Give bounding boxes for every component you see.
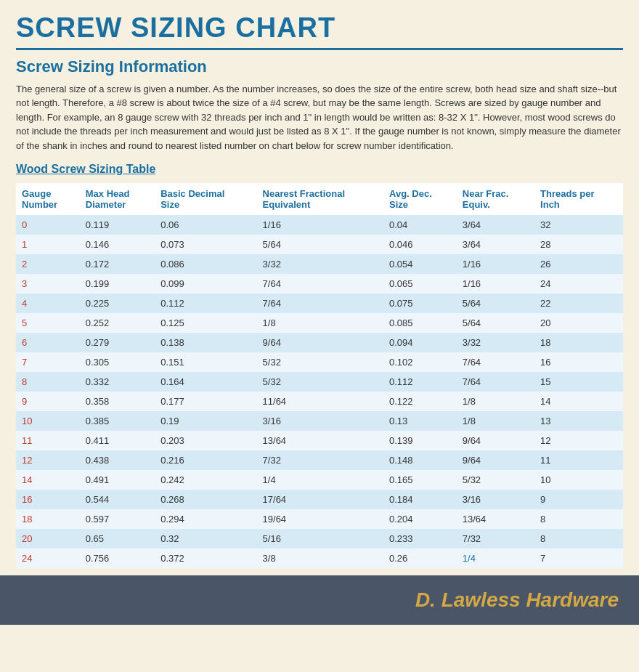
- footer-text: D. Lawless Hardware: [415, 588, 619, 611]
- table-cell: 5/64: [457, 294, 534, 313]
- table-cell: 5/32: [257, 352, 383, 372]
- table-cell: 3/64: [457, 215, 534, 235]
- table-cell: 0.26: [383, 548, 457, 568]
- table-row: 50.2520.1251/80.0855/6420: [16, 313, 623, 333]
- table-cell: 10: [16, 411, 80, 431]
- table-cell: 5/32: [257, 372, 383, 392]
- table-cell: 13: [534, 411, 623, 431]
- table-cell: 16: [534, 352, 623, 372]
- table-row: 30.1990.0997/640.0651/1624: [16, 274, 623, 294]
- table-cell: 5/64: [257, 235, 383, 254]
- col-threads: Threads perInch: [534, 183, 623, 215]
- table-cell: 0.046: [383, 235, 457, 254]
- table-cell: 28: [534, 235, 623, 254]
- table-cell: 1/8: [257, 313, 383, 333]
- table-cell: 22: [534, 294, 623, 313]
- table-row: 40.2250.1127/640.0755/6422: [16, 294, 623, 313]
- table-cell: 19/64: [257, 509, 383, 529]
- table-cell: 26: [534, 254, 623, 274]
- table-cell: 0.085: [383, 313, 457, 333]
- table-cell: 7: [534, 548, 623, 568]
- table-cell: 0.073: [155, 235, 256, 254]
- table-cell: 0.04: [383, 215, 457, 235]
- table-cell: 7/64: [257, 294, 383, 313]
- table-cell: 1/4: [457, 548, 534, 568]
- description-text: The general size of a screw is given a n…: [16, 82, 623, 153]
- table-cell: 11/64: [257, 392, 383, 411]
- table-cell: 0.065: [383, 274, 457, 294]
- table-cell: 32: [534, 215, 623, 235]
- table-cell: 0.172: [80, 254, 155, 274]
- table-cell: 0.086: [155, 254, 256, 274]
- table-row: 140.4910.2421/40.1655/3210: [16, 470, 623, 490]
- table-cell: 3/64: [457, 235, 534, 254]
- table-cell: 13/64: [457, 509, 534, 529]
- table-cell: 0.112: [383, 372, 457, 392]
- table-cell: 10: [534, 470, 623, 490]
- table-cell: 0.054: [383, 254, 457, 274]
- table-row: 00.1190.061/160.043/6432: [16, 215, 623, 235]
- table-cell: 0.203: [155, 431, 256, 450]
- table-cell: 0.544: [80, 490, 155, 509]
- table-cell: 20: [16, 529, 80, 548]
- table-cell: 3: [16, 274, 80, 294]
- table-cell: 18: [534, 333, 623, 352]
- table-cell: 0.438: [80, 450, 155, 470]
- table-cell: 0.252: [80, 313, 155, 333]
- table-cell: 5/32: [457, 470, 534, 490]
- table-cell: 1/4: [257, 470, 383, 490]
- table-row: 20.1720.0863/320.0541/1626: [16, 254, 623, 274]
- table-cell: 7/64: [257, 274, 383, 294]
- table-cell: 4: [16, 294, 80, 313]
- table-cell: 8: [16, 372, 80, 392]
- col-basic-decimal: Basic DecimalSize: [155, 183, 256, 215]
- table-cell: 0.411: [80, 431, 155, 450]
- table-cell: 0.119: [80, 215, 155, 235]
- table-cell: 3/16: [257, 411, 383, 431]
- table-cell: 9: [534, 490, 623, 509]
- table-row: 70.3050.1515/320.1027/6416: [16, 352, 623, 372]
- table-cell: 0.102: [383, 352, 457, 372]
- table-cell: 1/8: [457, 411, 534, 431]
- table-cell: 5: [16, 313, 80, 333]
- table-cell: 0.199: [80, 274, 155, 294]
- table-cell: 0.233: [383, 529, 457, 548]
- table-cell: 11: [534, 450, 623, 470]
- col-near-frac: Near Frac.Equiv.: [457, 183, 534, 215]
- table-cell: 18: [16, 509, 80, 529]
- table-cell: 1/16: [257, 215, 383, 235]
- table-cell: 0.305: [80, 352, 155, 372]
- table-cell: 7: [16, 352, 80, 372]
- table-cell: 0.491: [80, 470, 155, 490]
- table-cell: 8: [534, 529, 623, 548]
- table-cell: 6: [16, 333, 80, 352]
- table-cell: 0.06: [155, 215, 256, 235]
- table-cell: 0.225: [80, 294, 155, 313]
- table-row: 200.650.325/160.2337/328: [16, 529, 623, 548]
- table-cell: 5/16: [257, 529, 383, 548]
- table-cell: 14: [16, 470, 80, 490]
- table-cell: 20: [534, 313, 623, 333]
- table-cell: 15: [534, 372, 623, 392]
- table-cell: 2: [16, 254, 80, 274]
- table-cell: 9/64: [257, 333, 383, 352]
- table-cell: 0.146: [80, 235, 155, 254]
- screw-sizing-table: GaugeNumber Max HeadDiameter Basic Decim…: [16, 183, 623, 568]
- table-cell: 3/32: [457, 333, 534, 352]
- section-title: Screw Sizing Information: [16, 57, 623, 76]
- table-cell: 0.332: [80, 372, 155, 392]
- table-cell: 0.122: [383, 392, 457, 411]
- table-cell: 24: [16, 548, 80, 568]
- table-cell: 0.242: [155, 470, 256, 490]
- table-row: 90.3580.17711/640.1221/814: [16, 392, 623, 411]
- table-row: 180.5970.29419/640.20413/648: [16, 509, 623, 529]
- table-row: 10.1460.0735/640.0463/6428: [16, 235, 623, 254]
- table-row: 120.4380.2167/320.1489/6411: [16, 450, 623, 470]
- table-cell: 0.756: [80, 548, 155, 568]
- table-cell: 0: [16, 215, 80, 235]
- table-cell: 5/64: [457, 313, 534, 333]
- table-cell: 3/16: [457, 490, 534, 509]
- table-header-row: GaugeNumber Max HeadDiameter Basic Decim…: [16, 183, 623, 215]
- table-cell: 1: [16, 235, 80, 254]
- table-cell: 0.099: [155, 274, 256, 294]
